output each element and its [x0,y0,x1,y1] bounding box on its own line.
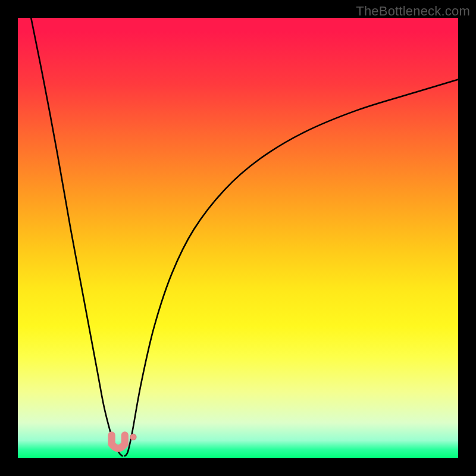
curve-left [31,18,122,456]
u-marker-icon [112,435,125,448]
plot-area [18,18,458,458]
dot-marker-icon [130,434,136,440]
curve-right [125,80,458,456]
chart-frame: TheBottleneck.com [0,0,476,476]
attribution-text: TheBottleneck.com [356,4,470,19]
markers-group [112,434,136,448]
curves-svg [18,18,458,458]
